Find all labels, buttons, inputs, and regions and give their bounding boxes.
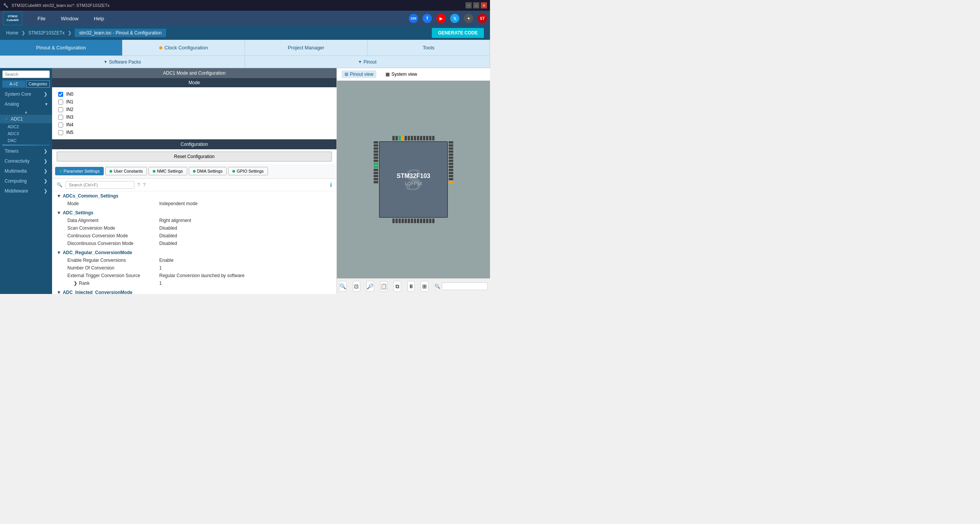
sidebar-item-system-core[interactable]: System Core ❯ (0, 89, 52, 99)
breadcrumb-chip[interactable]: STM32F103ZETx (28, 30, 65, 36)
breadcrumb-home[interactable]: Home (6, 30, 18, 36)
settings-search-input[interactable] (65, 181, 134, 189)
adc1-check-icon: ✓ (5, 116, 8, 122)
pinout-item[interactable]: ▼ Pinout (245, 56, 490, 68)
in2-checkbox[interactable] (58, 107, 63, 112)
pin (449, 141, 453, 144)
in3-checkbox[interactable] (58, 115, 63, 120)
network-icon[interactable]: ✦ (464, 14, 473, 23)
pin-active (374, 166, 378, 168)
adc-settings-header[interactable]: ▼ ADC_Settings (52, 209, 336, 217)
breadcrumb-current: stm32_learn.ioc - Pinout & Configuration (75, 29, 166, 37)
tab-project-label: Project Manager (288, 45, 324, 51)
pin (432, 219, 434, 223)
timers-arrow: ❯ (44, 149, 47, 154)
youtube-icon[interactable]: ▶ (436, 14, 446, 23)
file-menu[interactable]: File (30, 13, 53, 24)
chip-search-input[interactable] (442, 282, 488, 290)
minimize-button[interactable]: ─ (466, 2, 472, 8)
generate-code-button[interactable]: GENERATE CODE (432, 28, 484, 38)
tab-user-constants[interactable]: User Constants (105, 167, 147, 175)
sidebar-item-analog[interactable]: Analog ▾ (0, 99, 52, 109)
in5-label: IN5 (66, 130, 74, 135)
tab-pinout[interactable]: Pinout & Configuration (0, 40, 122, 56)
logo-text: STM32 CubeMX (7, 15, 19, 22)
tab-gpio-settings[interactable]: GPIO Settings (228, 167, 268, 175)
config-tabs: Parameter Settings User Constants NMC Se… (52, 164, 336, 179)
tab-parameter-settings[interactable]: Parameter Settings (55, 167, 104, 175)
adc-settings-group: ▼ ADC_Settings Data Alignment Right alig… (52, 208, 336, 248)
tab-clock-label: Clock Configuration (165, 45, 208, 51)
in5-checkbox[interactable] (58, 130, 63, 135)
export-button[interactable]: 📋 (380, 281, 388, 292)
maximize-button[interactable]: □ (473, 2, 479, 8)
zoom-out-button[interactable]: 🔎 (366, 281, 374, 292)
sidebar-item-adc2[interactable]: ADC2 (0, 123, 52, 130)
zoom-in-button[interactable]: 🔍 (339, 281, 347, 292)
left-pins (374, 141, 378, 218)
sidebar-item-adc3[interactable]: ADC3 (0, 130, 52, 137)
sidebar-item-adc1[interactable]: ✓ ADC1 (0, 115, 52, 123)
search-help-icon-1[interactable]: ? (137, 182, 140, 188)
scroll-up-indicator[interactable]: ▲ (0, 109, 52, 115)
sidebar-item-middleware[interactable]: Middleware ❯ (0, 186, 52, 196)
chip-label: STM32F103 LQFP14 (397, 173, 430, 186)
grid-button[interactable]: ⊞ (421, 281, 428, 292)
pin (408, 219, 410, 223)
pin (411, 219, 413, 223)
titlebar: 🔧 STM32CubeMX stm32_learn.ioc*: STM32F10… (0, 0, 490, 11)
tab-tools[interactable]: Tools (368, 40, 490, 56)
computing-arrow: ❯ (44, 178, 47, 184)
adcs-common-header[interactable]: ▼ ADCs_Common_Settings (52, 192, 336, 200)
in1-label: IN1 (66, 99, 74, 104)
pinout-view-button[interactable]: ⊞ Pinout view (341, 70, 376, 78)
software-packs-item[interactable]: ▼ Software Packs (0, 56, 245, 68)
num-conversion-name: Number Of Conversion (52, 265, 159, 271)
adcs-common-label: ▼ ADCs_Common_Settings (57, 193, 118, 199)
layers-button[interactable]: ⧉ (394, 281, 401, 292)
sidebar-item-multimedia[interactable]: Multimedia ❯ (0, 166, 52, 176)
sidebar-item-connectivity[interactable]: Connectivity ❯ (0, 156, 52, 166)
sidebar-search-container (0, 68, 52, 80)
facebook-icon[interactable]: f (423, 14, 432, 23)
sidebar-search-input[interactable] (2, 70, 50, 78)
close-button[interactable]: ✕ (481, 2, 487, 8)
middleware-arrow: ❯ (44, 188, 47, 194)
info-icon[interactable]: ℹ (330, 182, 332, 188)
window-menu[interactable]: Window (53, 13, 86, 24)
adc-regular-header[interactable]: ▼ ADC_Regular_ConversionMode (52, 249, 336, 256)
pin (417, 219, 419, 223)
in0-checkbox[interactable] (58, 92, 63, 97)
mode-item-in1: IN1 (58, 98, 330, 106)
twitter-icon[interactable]: 𝕏 (450, 14, 459, 23)
help-menu[interactable]: Help (86, 13, 112, 24)
pin (402, 219, 404, 223)
az-sort-button[interactable]: A->Z (2, 80, 25, 88)
rank-name[interactable]: ❯ Rank (52, 281, 159, 286)
tab-clock[interactable]: Clock Configuration (122, 40, 245, 56)
social-icon-1[interactable]: 100 (409, 14, 418, 23)
dma-tab-label: DMA Settings (197, 169, 223, 173)
fit-button[interactable]: ⊡ (353, 281, 361, 292)
in1-checkbox[interactable] (58, 100, 63, 104)
system-view-button[interactable]: ▦ System view (382, 70, 420, 78)
in4-checkbox[interactable] (58, 122, 63, 127)
sidebar-item-timers[interactable]: Timers ❯ (0, 146, 52, 156)
st-logo[interactable]: ST (478, 14, 487, 23)
top-pins (374, 136, 453, 140)
sidebar-item-dac[interactable]: DAC (0, 137, 52, 144)
pin (395, 219, 398, 223)
setting-scan-conversion: Scan Conversion Mode Disabled (52, 224, 336, 232)
adc-injected-header[interactable]: ▼ ADC_Injected_ConversionMode (52, 289, 336, 294)
split-button[interactable]: ⏸ (407, 281, 415, 292)
sidebar-item-computing[interactable]: Computing ❯ (0, 176, 52, 186)
search-help-icon-2[interactable]: ? (143, 182, 146, 188)
in3-label: IN3 (66, 114, 74, 120)
tab-nmc-settings[interactable]: NMC Settings (149, 167, 187, 175)
categories-button[interactable]: Categories (26, 80, 50, 88)
tab-dma-settings[interactable]: DMA Settings (189, 167, 227, 175)
tab-project[interactable]: Project Manager (245, 40, 368, 56)
reset-configuration-button[interactable]: Reset Configuration (57, 152, 332, 162)
titlebar-title: STM32CubeMX stm32_learn.ioc*: STM32F103Z… (11, 3, 109, 8)
pin (374, 160, 378, 162)
